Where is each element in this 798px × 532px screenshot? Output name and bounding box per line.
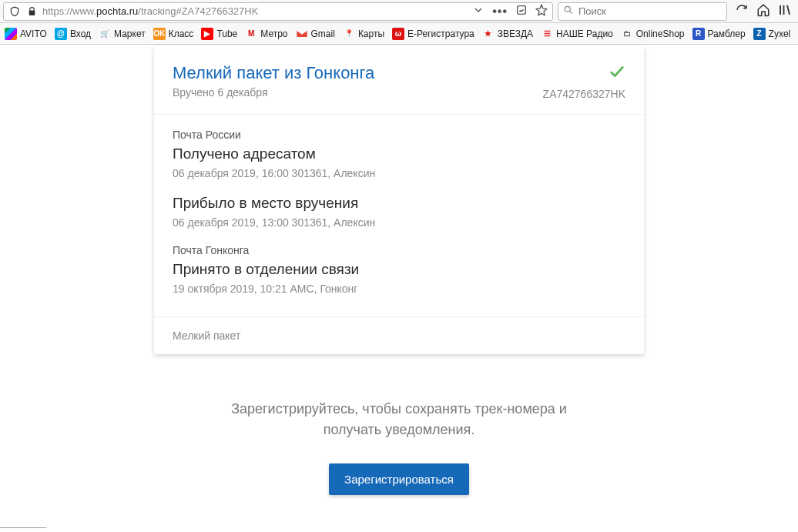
home-icon[interactable] bbox=[756, 3, 770, 20]
promo-text: Зарегистрируйтесь, чтобы сохранять трек-… bbox=[153, 399, 645, 440]
bookmark-avito[interactable]: AVITO bbox=[5, 28, 47, 40]
rambler-icon: R bbox=[692, 28, 705, 40]
register-button[interactable]: Зарегистрироваться bbox=[329, 463, 469, 495]
event-meta: 06 декабря 2019, 13:00 301361, Алексин bbox=[173, 216, 625, 229]
event-title: Прибыло в место вручения bbox=[173, 195, 625, 212]
bookmark-gmail[interactable]: Gmail bbox=[296, 28, 335, 40]
more-icon[interactable]: ••• bbox=[492, 5, 508, 18]
bookmark-klass[interactable]: OKКласс bbox=[153, 28, 194, 40]
bookmark-market[interactable]: 🛒Маркет bbox=[99, 28, 146, 40]
url-text[interactable]: https://www.pochta.ru/tracking#ZA7427663… bbox=[42, 5, 468, 17]
zyxel-icon: Z bbox=[753, 28, 766, 40]
ereg-icon: ω bbox=[392, 28, 404, 40]
radio-icon: ☰ bbox=[541, 28, 553, 40]
search-bar[interactable] bbox=[558, 2, 727, 21]
folder-icon: 🗀 bbox=[621, 28, 633, 40]
bookmark-metro[interactable]: MМетро bbox=[245, 28, 287, 40]
gmail-icon bbox=[296, 28, 308, 40]
refresh-icon[interactable] bbox=[735, 3, 749, 20]
card-footer: Мелкий пакет bbox=[154, 316, 644, 354]
star-red-icon: ★ bbox=[482, 28, 495, 40]
bookmark-ereg[interactable]: ωЕ-Регистратура bbox=[392, 28, 474, 40]
event-title: Принято в отделении связи bbox=[173, 261, 625, 278]
avito-icon bbox=[5, 28, 17, 40]
shield-icon[interactable] bbox=[8, 5, 21, 18]
window-edge bbox=[0, 527, 46, 532]
reader-icon[interactable] bbox=[515, 4, 528, 19]
event-meta: 19 октября 2019, 10:21 AMC, Гонконг bbox=[173, 283, 625, 295]
tracking-event: Прибыло в место вручения 06 декабря 2019… bbox=[173, 195, 625, 229]
tracking-event: Принято в отделении связи 19 октября 201… bbox=[173, 261, 625, 295]
page-content: Мелкий пакет из Гонконга Вручено 6 декаб… bbox=[0, 45, 798, 532]
cart-icon: 🛒 bbox=[99, 28, 111, 40]
tracking-card: Мелкий пакет из Гонконга Вручено 6 декаб… bbox=[154, 46, 644, 354]
carrier-label: Почта России bbox=[173, 129, 625, 141]
chevron-down-icon[interactable] bbox=[472, 4, 484, 19]
pin-icon: 📍 bbox=[343, 28, 355, 40]
bookmark-rambler[interactable]: RРамблер bbox=[692, 28, 746, 40]
bookmarks-bar: AVITO @Вход 🛒Маркет OKКласс ▶Tube MМетро… bbox=[0, 23, 798, 45]
check-icon bbox=[543, 63, 625, 83]
bookmark-tube[interactable]: ▶Tube bbox=[201, 28, 237, 40]
delivery-status: Вручено 6 декабря bbox=[173, 86, 374, 99]
card-body: Почта России Получено адресатом 06 декаб… bbox=[154, 115, 644, 316]
library-icon[interactable] bbox=[778, 3, 792, 20]
bookmark-karty[interactable]: 📍Карты bbox=[343, 28, 384, 40]
bookmark-vhod[interactable]: @Вход bbox=[55, 28, 91, 40]
svg-rect-0 bbox=[518, 5, 526, 14]
browser-address-bar: https://www.pochta.ru/tracking#ZA7427663… bbox=[0, 0, 798, 23]
svg-point-1 bbox=[565, 6, 570, 12]
tracking-number: ZA742766327HK bbox=[543, 88, 625, 100]
search-input[interactable] bbox=[578, 5, 722, 17]
bookmark-zyxel[interactable]: ZZyxel bbox=[753, 28, 791, 40]
at-icon: @ bbox=[55, 28, 67, 40]
event-meta: 06 декабря 2019, 16:00 301361, Алексин bbox=[173, 167, 625, 179]
ok-icon: OK bbox=[153, 28, 166, 40]
lock-icon[interactable] bbox=[25, 5, 38, 18]
parcel-title[interactable]: Мелкий пакет из Гонконга bbox=[173, 63, 374, 83]
bookmark-zvezda[interactable]: ★ЗВЕЗДА bbox=[482, 28, 533, 40]
event-title: Получено адресатом bbox=[173, 146, 625, 162]
card-header: Мелкий пакет из Гонконга Вручено 6 декаб… bbox=[154, 46, 644, 115]
tracking-event: Получено адресатом 06 декабря 2019, 16:0… bbox=[173, 146, 625, 179]
promo-section: Зарегистрируйтесь, чтобы сохранять трек-… bbox=[153, 399, 645, 495]
search-icon bbox=[563, 5, 574, 18]
carrier-label: Почта Гонконга bbox=[173, 244, 625, 256]
star-icon[interactable] bbox=[535, 4, 548, 19]
youtube-icon: ▶ bbox=[201, 28, 213, 40]
bookmark-onlineshop[interactable]: 🗀OnlineShop bbox=[621, 28, 685, 40]
metro-icon: M bbox=[245, 28, 257, 40]
bookmark-radio[interactable]: ☰НАШЕ Радио bbox=[541, 28, 613, 40]
url-bar[interactable]: https://www.pochta.ru/tracking#ZA7427663… bbox=[3, 2, 553, 21]
